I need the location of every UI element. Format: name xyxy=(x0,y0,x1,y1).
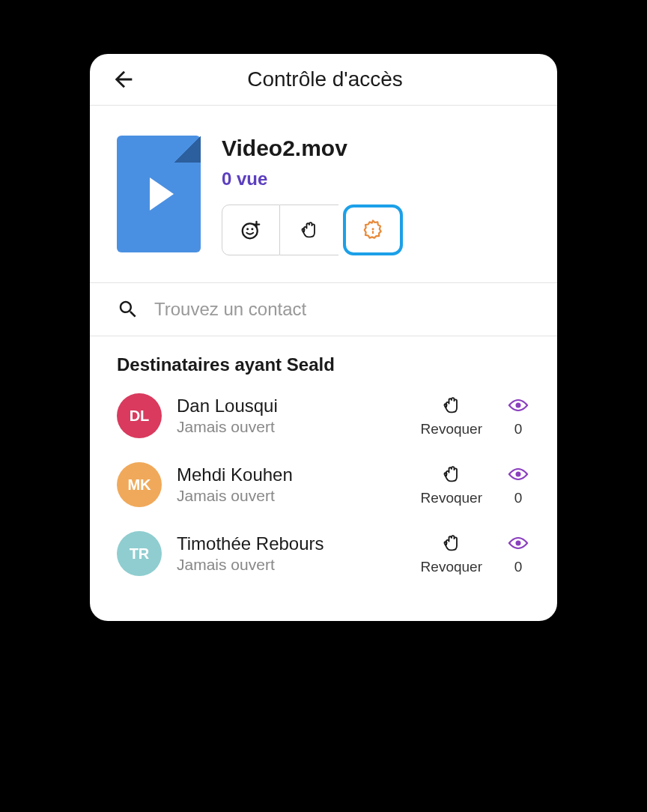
recipient-status: Jamais ouvert xyxy=(177,556,421,574)
view-count-action[interactable]: 0 xyxy=(506,532,530,575)
emoji-plus-icon xyxy=(240,219,262,241)
play-icon xyxy=(150,178,174,210)
search-input[interactable] xyxy=(154,299,530,320)
view-count-value: 0 xyxy=(514,490,523,506)
access-control-card: Contrôle d'accès Video2.mov 0 vue xyxy=(90,54,557,621)
search-section xyxy=(90,283,557,336)
revoke-label: Revoquer xyxy=(421,421,482,437)
recipient-info: Mehdi Kouhen Jamais ouvert xyxy=(177,464,421,505)
hand-icon xyxy=(299,219,320,240)
arrow-left-icon xyxy=(111,67,136,92)
recipient-info: Timothée Rebours Jamais ouvert xyxy=(177,533,421,574)
view-count-action[interactable]: 0 xyxy=(506,394,530,437)
avatar: MK xyxy=(117,462,162,507)
recipients-section: Destinataires ayant Seald DL Dan Lousqui… xyxy=(90,336,557,621)
recipient-actions: Revoquer 0 xyxy=(421,532,530,575)
svg-rect-4 xyxy=(372,231,374,234)
recipient-status: Jamais ouvert xyxy=(177,418,421,436)
revoke-label: Revoquer xyxy=(421,490,482,506)
back-button[interactable] xyxy=(111,67,136,92)
recipient-name: Dan Lousqui xyxy=(177,396,421,416)
revoke-action[interactable]: Revoquer xyxy=(421,532,482,575)
eye-icon xyxy=(506,467,530,482)
file-info: Video2.mov 0 vue xyxy=(222,136,530,255)
file-view-count: 0 vue xyxy=(222,169,530,190)
avatar: DL xyxy=(117,393,162,438)
svg-point-0 xyxy=(243,223,258,238)
svg-point-3 xyxy=(372,228,374,230)
eye-icon xyxy=(506,398,530,413)
file-section: Video2.mov 0 vue xyxy=(90,106,557,283)
header: Contrôle d'accès xyxy=(90,54,557,106)
recipient-info: Dan Lousqui Jamais ouvert xyxy=(177,396,421,436)
recipient-row: MK Mehdi Kouhen Jamais ouvert Revoquer xyxy=(117,462,530,507)
file-name: Video2.mov xyxy=(222,136,530,161)
settings-button[interactable] xyxy=(343,204,403,255)
recipient-name: Timothée Rebours xyxy=(177,533,421,554)
view-count-value: 0 xyxy=(514,559,523,575)
recipient-name: Mehdi Kouhen xyxy=(177,464,421,485)
recipient-actions: Revoquer 0 xyxy=(421,463,530,506)
view-count-value: 0 xyxy=(514,421,523,437)
hand-icon xyxy=(441,533,462,554)
recipients-title: Destinataires ayant Seald xyxy=(117,354,530,375)
gear-badge-icon xyxy=(362,219,384,241)
avatar: TR xyxy=(117,531,162,576)
file-video-icon xyxy=(117,136,201,252)
page-title: Contrôle d'accès xyxy=(111,67,539,91)
search-icon xyxy=(117,298,139,321)
recipient-actions: Revoquer 0 xyxy=(421,394,530,437)
svg-point-2 xyxy=(251,228,253,230)
revoke-all-button[interactable] xyxy=(280,204,338,255)
recipient-status: Jamais ouvert xyxy=(177,487,421,505)
revoke-action[interactable]: Revoquer xyxy=(421,463,482,506)
revoke-label: Revoquer xyxy=(421,559,482,575)
eye-icon xyxy=(506,536,530,551)
file-action-buttons xyxy=(222,204,530,255)
hand-icon xyxy=(441,464,462,485)
svg-point-1 xyxy=(246,228,249,230)
hand-icon xyxy=(441,395,462,416)
add-reaction-button[interactable] xyxy=(222,204,280,255)
view-count-action[interactable]: 0 xyxy=(506,463,530,506)
recipient-row: DL Dan Lousqui Jamais ouvert Revoquer xyxy=(117,393,530,438)
svg-point-5 xyxy=(516,403,521,408)
revoke-action[interactable]: Revoquer xyxy=(421,394,482,437)
svg-point-6 xyxy=(516,472,521,477)
recipient-row: TR Timothée Rebours Jamais ouvert Revoqu… xyxy=(117,531,530,576)
svg-point-7 xyxy=(516,541,521,546)
